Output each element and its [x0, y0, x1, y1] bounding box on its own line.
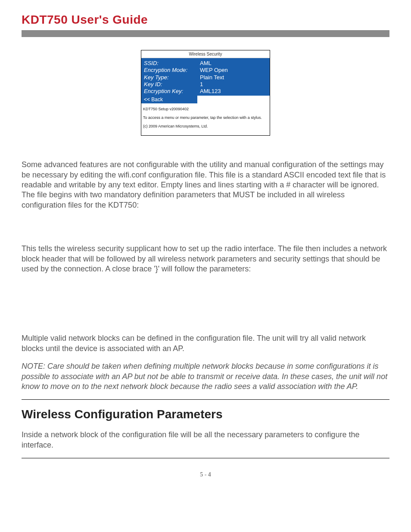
section-heading-wireless-config: Wireless Configuration Parameters [22, 408, 389, 421]
field-value-ssid: AML [200, 60, 267, 67]
screenshot-footer: KDT750 Setup v20090402 To access a menu … [141, 103, 270, 135]
field-row: SSID: AML [144, 60, 267, 67]
footer-instruction: To access a menu or menu parameter, tap … [143, 115, 268, 120]
field-label-key-id: Key ID: [144, 81, 200, 88]
field-value-key-type: Plain Text [200, 74, 267, 81]
section-divider [22, 399, 389, 400]
field-row: Key Type: Plain Text [144, 74, 267, 81]
paragraph-intro: Some advanced features are not configura… [22, 160, 389, 210]
blank-space [22, 218, 389, 244]
note-paragraph: NOTE: Care should be taken when defining… [22, 361, 389, 392]
field-label-encryption-mode: Encryption Mode: [144, 67, 200, 74]
document-title: KDT750 User's Guide [22, 13, 389, 27]
field-label-ssid: SSID: [144, 60, 200, 67]
screenshot-fields-panel: SSID: AML Encryption Mode: WEP Open Key … [141, 58, 270, 96]
paragraph-multiple-blocks: Multiple valid network blocks can be def… [22, 333, 389, 354]
title-divider-bar [22, 30, 389, 37]
blank-space [22, 282, 389, 333]
field-label-encryption-key: Encryption Key: [144, 88, 200, 95]
screenshot-title: Wireless Security [141, 50, 270, 58]
wireless-security-screenshot: Wireless Security SSID: AML Encryption M… [141, 50, 270, 136]
paragraph-supplicant: This tells the wireless security supplic… [22, 244, 389, 274]
footer-copyright: (c) 2009 American Microsystems, Ltd. [143, 124, 268, 128]
field-value-encryption-key: AML123 [200, 88, 267, 95]
footer-divider [22, 458, 389, 458]
page-number: 5 - 4 [22, 471, 389, 478]
field-row: Encryption Key: AML123 [144, 88, 267, 95]
back-row: << Back [141, 96, 270, 103]
field-value-encryption-mode: WEP Open [200, 67, 267, 74]
footer-version: KDT750 Setup v20090402 [143, 107, 268, 111]
back-button[interactable]: << Back [141, 96, 197, 103]
field-row: Key ID: 1 [144, 81, 267, 88]
paragraph-inside-block: Inside a network block of the configurat… [22, 430, 389, 450]
field-label-key-type: Key Type: [144, 74, 200, 81]
field-row: Encryption Mode: WEP Open [144, 67, 267, 74]
field-value-key-id: 1 [200, 81, 267, 88]
screenshot-wrapper: Wireless Security SSID: AML Encryption M… [22, 50, 389, 136]
page-container: KDT750 User's Guide Wireless Security SS… [0, 0, 411, 487]
